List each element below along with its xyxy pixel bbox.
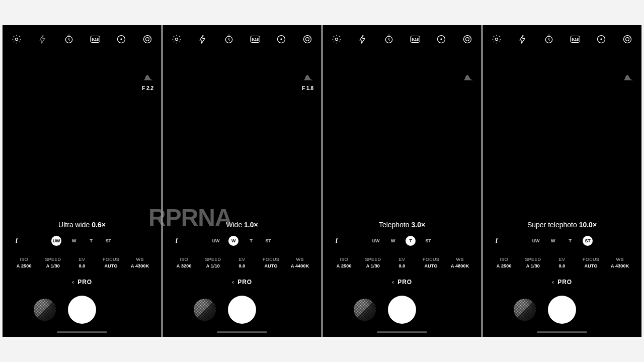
param-wb[interactable]: WB A 4300K [125,257,154,268]
gallery-thumbnail[interactable] [514,299,536,321]
lens-button-t[interactable]: T [566,236,575,245]
settings-icon[interactable] [172,34,182,44]
lens-button-w[interactable]: W [69,236,78,245]
aspect-ratio-icon[interactable]: 9:16 [250,34,260,44]
lens-button-t[interactable]: T [406,236,416,246]
zoom-value: 10.0× [579,221,597,229]
metering-icon[interactable] [596,34,606,44]
aspect-ratio-icon[interactable]: 9:16 [410,34,420,44]
param-speed[interactable]: SPEED A 1/30 [39,257,68,268]
timer-icon[interactable] [384,34,394,44]
lens-button-t[interactable]: T [87,236,96,245]
info-icon[interactable]: i [336,237,338,245]
mode-selector[interactable]: ‹ PRO [163,279,321,286]
zoom-value: 3.0× [411,221,425,229]
viewfinder-area[interactable] [3,49,162,221]
gallery-thumbnail[interactable] [354,299,376,321]
lens-button-st[interactable]: ST [424,236,433,245]
filter-icon[interactable] [622,34,632,44]
settings-icon[interactable] [12,34,22,44]
histogram-aperture-block [464,73,473,82]
lens-button-uw[interactable]: UW [211,236,220,245]
mode-selector[interactable]: ‹ PRO [3,279,162,286]
param-ev[interactable]: EV 0.0 [67,257,97,268]
settings-icon[interactable] [332,34,342,44]
histogram-icon[interactable] [464,73,473,82]
histogram-icon[interactable] [142,73,153,82]
metering-icon[interactable] [436,34,446,44]
aspect-ratio-icon[interactable]: 9:16 [90,34,100,44]
param-focus[interactable]: FOCUS AUTO [577,257,606,268]
param-wb-value: A 4400K [285,263,314,268]
shutter-button[interactable] [388,296,416,324]
svg-point-21 [600,38,602,40]
lens-button-w[interactable]: W [548,236,557,245]
lens-button-st[interactable]: ST [583,236,593,246]
histogram-icon[interactable] [302,73,313,82]
param-speed[interactable]: SPEED A 1/30 [519,257,548,268]
param-ev[interactable]: EV 0.0 [387,257,417,268]
param-iso[interactable]: ISO A 2500 [490,257,519,268]
shutter-button[interactable] [548,296,576,324]
phone-screenshot-2: 9:16 F 1.8 Wide 1.0× i UWWTST ISO A 3200 [163,25,321,337]
flash-icon[interactable] [518,34,528,44]
param-ev[interactable]: EV 0.0 [547,257,577,268]
viewfinder-area[interactable] [482,49,641,221]
info-icon[interactable]: i [16,237,18,245]
param-wb[interactable]: WB A 4400K [285,257,314,268]
settings-icon[interactable] [492,34,502,44]
svg-point-16 [464,36,471,43]
lens-button-w[interactable]: W [228,236,238,246]
filter-icon[interactable] [142,34,152,44]
lens-button-t[interactable]: T [247,236,256,245]
info-icon[interactable]: i [176,237,178,245]
param-iso[interactable]: ISO A 2500 [330,257,359,268]
lens-selector: UWWTST [371,236,433,246]
timer-icon[interactable] [64,34,74,44]
param-speed-value: A 1/10 [199,263,228,268]
param-speed[interactable]: SPEED A 1/10 [199,257,228,268]
chevron-left-icon: ‹ [552,279,554,286]
gallery-thumbnail[interactable] [194,299,216,321]
metering-icon[interactable] [116,34,126,44]
param-wb[interactable]: WB A 4300K [605,257,634,268]
shutter-button[interactable] [68,296,96,324]
info-icon[interactable]: i [496,237,498,245]
param-ev-value: 0.0 [227,263,257,268]
lens-button-st[interactable]: ST [264,236,273,245]
flash-icon[interactable] [38,34,48,44]
lens-button-uw[interactable]: UW [531,236,540,245]
param-speed-value: A 1/30 [359,263,388,268]
lens-button-w[interactable]: W [388,236,397,245]
param-focus[interactable]: FOCUS AUTO [257,257,286,268]
flash-icon[interactable] [358,34,368,44]
viewfinder-area[interactable] [323,49,481,221]
param-speed[interactable]: SPEED A 1/30 [359,257,388,268]
metering-icon[interactable] [276,34,286,44]
param-ev[interactable]: EV 0.0 [227,257,257,268]
flash-icon[interactable] [198,34,208,44]
param-iso-value: A 3200 [170,263,199,268]
lens-button-uw[interactable]: UW [371,236,380,245]
param-iso-label: ISO [490,257,519,262]
filter-icon[interactable] [302,34,312,44]
shutter-button[interactable] [228,296,256,324]
mode-selector[interactable]: ‹ PRO [482,279,641,286]
svg-point-11 [306,38,309,41]
gallery-thumbnail[interactable] [34,299,56,321]
param-focus-label: FOCUS [577,257,606,262]
param-iso[interactable]: ISO A 2500 [10,257,39,268]
mode-selector[interactable]: ‹ PRO [323,279,481,286]
param-focus[interactable]: FOCUS AUTO [97,257,126,268]
param-focus[interactable]: FOCUS AUTO [417,257,446,268]
param-iso[interactable]: ISO A 3200 [170,257,199,268]
lens-button-st[interactable]: ST [104,236,113,245]
aspect-ratio-icon[interactable]: 9:16 [570,34,580,44]
lens-button-uw[interactable]: UW [51,236,61,246]
param-wb[interactable]: WB A 4800K [445,257,474,268]
histogram-icon[interactable] [624,73,633,82]
filter-icon[interactable] [462,34,472,44]
timer-icon[interactable] [224,34,234,44]
timer-icon[interactable] [544,34,554,44]
viewfinder-area[interactable] [163,49,321,221]
